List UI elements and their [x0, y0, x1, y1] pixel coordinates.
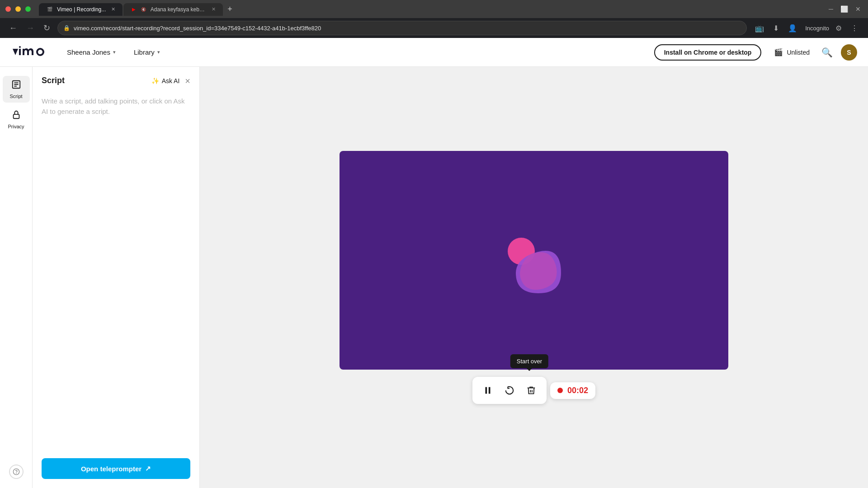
- ask-ai-button[interactable]: ✨ Ask AI: [151, 77, 180, 84]
- help-icon-btn[interactable]: [9, 465, 24, 479]
- avatar[interactable]: S: [841, 44, 857, 61]
- sidebar-privacy-label: Privacy: [8, 124, 24, 129]
- controls-group: [472, 377, 547, 404]
- script-icon: [11, 80, 21, 92]
- tab-youtube-muted-icon: 🔇: [141, 6, 147, 13]
- rec-dot: [557, 388, 563, 393]
- profile-button[interactable]: 👤: [785, 22, 800, 34]
- main-content: Script Privacy: [0, 67, 868, 488]
- sidebar-script-label: Script: [9, 94, 22, 99]
- menu-button[interactable]: ⋮: [848, 22, 861, 34]
- open-teleprompter-button[interactable]: Open teleprompter ↗: [42, 458, 190, 479]
- restore-button[interactable]: ⬜: [839, 4, 850, 14]
- sidebar-bottom: [9, 465, 24, 479]
- window-close-button[interactable]: ✕: [854, 4, 863, 14]
- svg-rect-9: [489, 387, 491, 394]
- install-button[interactable]: Install on Chrome or desktop: [654, 44, 762, 61]
- url-bar[interactable]: 🔒 vimeo.com/record/start-recording?recor…: [57, 21, 747, 35]
- script-panel: Script ✨ Ask AI × Write a script, add ta…: [33, 67, 200, 488]
- back-button[interactable]: ←: [7, 22, 19, 35]
- video-preview: [340, 151, 728, 370]
- minimize-button[interactable]: ─: [827, 4, 835, 14]
- vimeo-logo-graphic: [489, 214, 579, 306]
- url-text: vimeo.com/record/start-recording?record_…: [74, 25, 741, 32]
- delete-button[interactable]: [521, 380, 541, 400]
- unlisted-button[interactable]: 🎬 Unlisted: [769, 45, 815, 59]
- timer-group: 00:02: [550, 382, 595, 399]
- tab-youtube[interactable]: ▶ 🔇 Adana keyfasya kebap'dan ✕: [123, 3, 223, 16]
- sidebar-item-privacy[interactable]: Privacy: [3, 106, 30, 133]
- svg-rect-8: [485, 387, 487, 394]
- sidebar-item-script[interactable]: Script: [3, 76, 30, 103]
- incognito-label: Incognito: [805, 25, 829, 32]
- user-chevron-icon: ▾: [113, 49, 116, 55]
- tab-vimeo-close[interactable]: ✕: [111, 6, 115, 12]
- tab-youtube-close[interactable]: ✕: [212, 6, 216, 12]
- recording-area: Start over: [200, 67, 868, 488]
- svg-rect-4: [13, 114, 19, 118]
- tab-vimeo-favicon: 🎬: [46, 6, 53, 13]
- search-button[interactable]: 🔍: [819, 44, 835, 61]
- external-link-icon: ↗: [145, 465, 151, 473]
- tab-vimeo-title: Vimeo | Recording...: [57, 6, 106, 13]
- tab-youtube-favicon: ▶: [131, 6, 137, 13]
- library-dropdown[interactable]: Library ▾: [128, 46, 165, 59]
- unlisted-label: Unlisted: [787, 49, 810, 56]
- pause-button[interactable]: [478, 380, 498, 400]
- timer-display: 00:02: [567, 386, 588, 395]
- cast-button[interactable]: 📺: [752, 22, 767, 34]
- user-dropdown[interactable]: Sheena Jones ▾: [61, 46, 121, 59]
- vimeo-logo[interactable]: [11, 45, 47, 60]
- recording-controls: Start over: [472, 377, 595, 404]
- sidebar: Script Privacy: [0, 67, 33, 488]
- app-header: Sheena Jones ▾ Library ▾ Install on Chro…: [0, 38, 868, 67]
- script-close-button[interactable]: ×: [185, 76, 190, 85]
- privacy-icon: [11, 110, 21, 122]
- save-button[interactable]: ⬇: [770, 22, 782, 34]
- user-name: Sheena Jones: [67, 48, 110, 56]
- tab-vimeo[interactable]: 🎬 Vimeo | Recording... ✕: [39, 3, 123, 16]
- extensions-button[interactable]: ⚙: [833, 22, 844, 34]
- restart-button[interactable]: [500, 380, 519, 400]
- script-actions: ✨ Ask AI ×: [151, 76, 190, 85]
- tooltip-start-over: Start over: [510, 354, 548, 368]
- sparkle-icon: ✨: [151, 77, 159, 84]
- svg-point-6: [16, 473, 16, 474]
- library-label: Library: [134, 48, 155, 56]
- library-chevron-icon: ▾: [157, 49, 160, 55]
- new-tab-button[interactable]: +: [224, 3, 236, 16]
- lock-icon: 🔒: [63, 25, 70, 31]
- refresh-button[interactable]: ↻: [42, 21, 52, 35]
- unlisted-icon: 🎬: [774, 48, 783, 56]
- script-placeholder[interactable]: Write a script, add talking points, or c…: [42, 96, 190, 117]
- tab-youtube-title: Adana keyfasya kebap'dan: [151, 6, 207, 13]
- script-header: Script ✨ Ask AI ×: [42, 76, 190, 85]
- script-title: Script: [42, 76, 65, 85]
- app: Sheena Jones ▾ Library ▾ Install on Chro…: [0, 38, 868, 488]
- forward-button[interactable]: →: [24, 22, 36, 35]
